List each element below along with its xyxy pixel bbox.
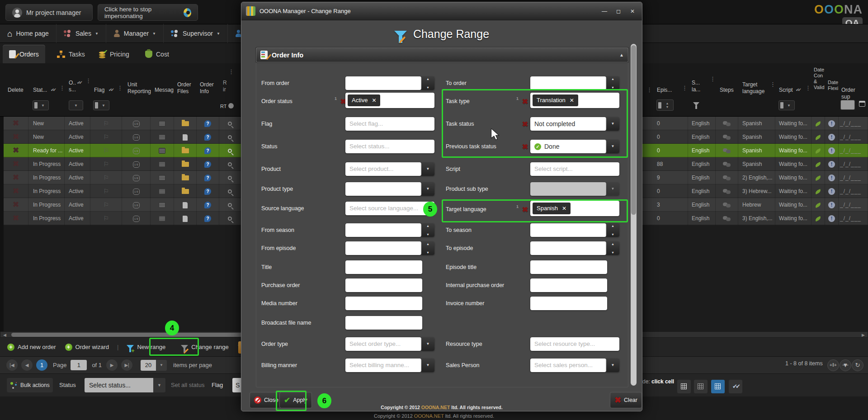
- field-resource-type-select[interactable]: Select resource type...: [530, 337, 619, 351]
- bulk-status-select[interactable]: Select status... ▼: [85, 378, 165, 392]
- dialog-scrollbar[interactable]: [631, 44, 637, 386]
- cell-date-flex[interactable]: !: [825, 144, 839, 157]
- cell-source-language[interactable]: English: [688, 117, 716, 130]
- cell-order-info[interactable]: ?: [197, 117, 219, 130]
- field-purchase-order-input[interactable]: [345, 278, 422, 292]
- episode-filter-spinner[interactable]: ▲▼: [656, 99, 674, 111]
- cell-status[interactable]: In Progress: [28, 184, 65, 198]
- col-target-language[interactable]: Target language: [742, 81, 770, 95]
- cell-unit-reporting[interactable]: 1-9: [122, 117, 151, 130]
- cell-date-flex[interactable]: !: [825, 157, 839, 171]
- cell-date-flex[interactable]: !: [825, 130, 839, 144]
- cell-steps[interactable]: [716, 117, 738, 130]
- field-script-select[interactable]: Select script...: [530, 162, 619, 176]
- col-order-info[interactable]: Order Info: [200, 81, 218, 95]
- flag-filter-dropdown[interactable]: ▼: [93, 100, 109, 110]
- cell-target-language[interactable]: Spanish: [738, 130, 775, 144]
- cell-order-sup[interactable]: _/_/___: [839, 117, 868, 130]
- cell-search[interactable]: [219, 171, 241, 184]
- cell-steps[interactable]: [716, 212, 738, 225]
- field-title-input[interactable]: [345, 260, 422, 274]
- field-to-episode-input[interactable]: [530, 241, 606, 255]
- field-to-episode-spinner[interactable]: ▲▼: [606, 241, 619, 255]
- cell-script[interactable]: Waiting fo...: [775, 212, 811, 225]
- col-date-flex[interactable]: Date Flexi: [828, 80, 839, 91]
- cell-episode[interactable]: 88: [653, 157, 688, 171]
- cell-script[interactable]: Waiting fo...: [775, 130, 811, 144]
- source-language-menu-icon[interactable]: ⋮: [710, 78, 716, 80]
- episode-menu-icon[interactable]: ⋮: [682, 87, 688, 89]
- tab-orders[interactable]: Orders: [3, 45, 45, 63]
- field-sales-person-combo[interactable]: Select sales person...: [530, 359, 606, 372]
- cell-unit-reporting[interactable]: 1-9: [122, 157, 151, 171]
- cell-flag[interactable]: ⚐: [90, 171, 122, 184]
- cell-order-sup[interactable]: _/_/___: [839, 144, 868, 157]
- cell-order-files[interactable]: [174, 198, 197, 212]
- cell-order-status[interactable]: Active: [65, 212, 90, 225]
- cell-order-sup[interactable]: _/_/___: [839, 130, 868, 144]
- col-steps[interactable]: Steps: [720, 87, 734, 94]
- cell-steps[interactable]: [716, 130, 738, 144]
- col-script[interactable]: Script: [779, 87, 793, 94]
- cell-date-flex[interactable]: !: [825, 212, 839, 225]
- grid-menu-icon[interactable]: ⋮: [228, 71, 234, 73]
- clear-filters-button[interactable]: ▼: [840, 359, 851, 371]
- field-to-season-spinner[interactable]: ▲▼: [606, 223, 619, 237]
- field-from-season-spinner[interactable]: ▲▼: [421, 223, 434, 237]
- field-order-type-dropdown-button[interactable]: ▼: [421, 337, 434, 351]
- cell-order-sup[interactable]: _/_/___: [839, 171, 868, 184]
- cell-search[interactable]: [219, 130, 241, 144]
- cell-status[interactable]: In Progress: [28, 171, 65, 184]
- nav-item-supervisor[interactable]: Supervisor▼: [164, 24, 228, 43]
- status-multiselect-icon[interactable]: ✔✔: [51, 87, 55, 92]
- cell-target-language[interactable]: Spanish: [738, 117, 775, 130]
- cell-unit-reporting[interactable]: 1-9: [122, 212, 151, 225]
- cell-order-sup[interactable]: _/_/___: [839, 184, 868, 198]
- cell-message[interactable]: [151, 198, 174, 212]
- order-info-section-header[interactable]: Order Info ▲: [256, 47, 628, 62]
- script-filter-dropdown[interactable]: ▼: [778, 100, 795, 110]
- cell-unit-reporting[interactable]: 1-9: [122, 144, 151, 157]
- cell-order-status[interactable]: Active: [65, 117, 90, 130]
- field-to-order-spinner[interactable]: ▲▼: [606, 76, 619, 90]
- order-status-menu-icon[interactable]: ⋮: [85, 80, 91, 82]
- col-order-files[interactable]: Order Files: [177, 81, 195, 95]
- field-order-type-combo[interactable]: Select order type...: [345, 337, 421, 351]
- field-billing-manner-combo[interactable]: Select billing manne...: [345, 359, 421, 372]
- cell-order-status[interactable]: Active: [65, 171, 90, 184]
- cell-target-language[interactable]: Spanish: [738, 144, 775, 157]
- field-to-order-input[interactable]: [530, 76, 606, 90]
- field-product-type-combo[interactable]: [345, 182, 421, 196]
- collapse-icon[interactable]: ▲: [619, 52, 624, 57]
- cell-order-files[interactable]: [174, 144, 197, 157]
- cell-steps[interactable]: [716, 184, 738, 198]
- scrollbar-thumb[interactable]: [11, 333, 251, 337]
- cell-episode[interactable]: 9: [653, 171, 688, 184]
- target-language-menu-icon[interactable]: ⋮: [770, 83, 776, 85]
- chip-active[interactable]: Active✕: [348, 94, 380, 106]
- script-menu-icon[interactable]: ⋮: [805, 87, 811, 89]
- field-source-language-select[interactable]: Select source language...: [345, 202, 434, 215]
- field-broadcast-file-name-input[interactable]: [345, 316, 422, 330]
- cell-unit-reporting[interactable]: 1-9: [122, 184, 151, 198]
- current-page-indicator[interactable]: 1: [36, 359, 47, 371]
- cell-order-sup[interactable]: _/_/___: [839, 212, 868, 225]
- field-from-order-spinner[interactable]: ▲▼: [421, 76, 434, 90]
- cell-target-language[interactable]: 2) English,...: [738, 171, 775, 184]
- field-status-select[interactable]: Select status...: [345, 140, 434, 153]
- cell-script[interactable]: Waiting fo...: [775, 157, 811, 171]
- nav-item-manager[interactable]: Manager▼: [106, 24, 164, 43]
- order-sup-filter-input[interactable]: [840, 100, 855, 110]
- status-filter-dropdown[interactable]: ▼: [33, 100, 49, 110]
- cell-date-con-valid[interactable]: [811, 130, 825, 144]
- field-from-episode-input[interactable]: [345, 241, 421, 255]
- maximize-button[interactable]: ◻: [613, 8, 623, 14]
- delete-order-button[interactable]: ✖: [4, 144, 28, 157]
- cell-script[interactable]: Waiting fo...: [775, 184, 811, 198]
- cell-order-sup[interactable]: _/_/___: [839, 157, 868, 171]
- last-page-button[interactable]: ▶|: [121, 359, 132, 371]
- add-new-order-button[interactable]: + Add new order: [3, 340, 61, 354]
- cell-status[interactable]: In Progress: [28, 198, 65, 212]
- cell-script[interactable]: Waiting fo...: [775, 117, 811, 130]
- script-multiselect-icon[interactable]: ✔✔: [796, 87, 800, 92]
